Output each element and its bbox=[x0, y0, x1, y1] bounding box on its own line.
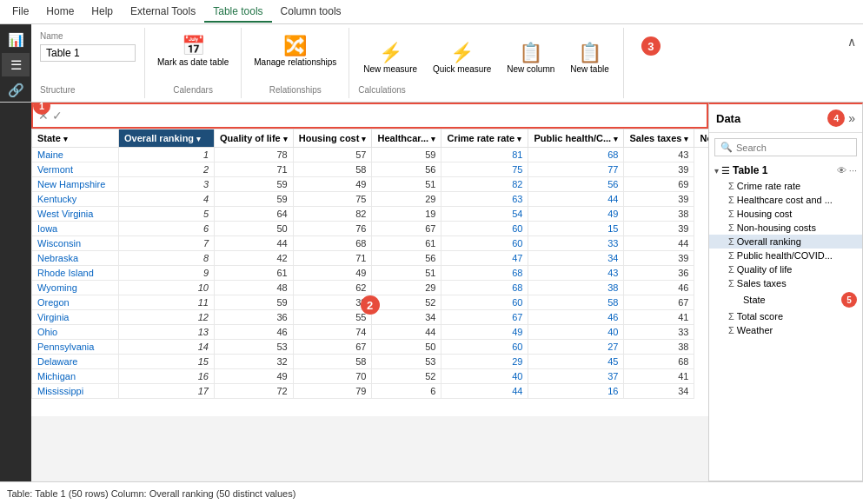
menu-column-tools[interactable]: Column tools bbox=[272, 2, 350, 23]
table-scroll-area[interactable]: 2 State ▾ Overall ranking ▾ Quality of l… bbox=[31, 129, 708, 481]
table-row[interactable]: Nebraska8427156473439 bbox=[32, 251, 709, 266]
formula-input[interactable] bbox=[66, 109, 701, 122]
col-overall-ranking[interactable]: Overall ranking ▾ bbox=[119, 129, 215, 148]
table-row[interactable]: New Hampshire3594951825669 bbox=[32, 177, 709, 192]
cell-state[interactable]: Michigan bbox=[32, 369, 119, 384]
cell-value: 39 bbox=[624, 222, 694, 236]
col-sales-taxes[interactable]: Sales taxes ▾ bbox=[624, 129, 694, 148]
mark-date-label[interactable]: Mark as date table bbox=[157, 57, 229, 68]
table-row[interactable]: Delaware15325853294568 bbox=[32, 355, 709, 369]
field-quality-life[interactable]: Σ Quality of life bbox=[709, 262, 862, 276]
col-healthcare[interactable]: Healthcar... ▾ bbox=[372, 129, 441, 148]
col-crime-filter[interactable]: ▾ bbox=[517, 135, 521, 143]
table-row[interactable]: Rhode Island9614951684336 bbox=[32, 266, 709, 281]
field-total-score[interactable]: Σ Total score bbox=[709, 309, 862, 323]
col-public-filter[interactable]: ▾ bbox=[614, 135, 618, 143]
manage-rel-label[interactable]: Manage relationships bbox=[254, 57, 336, 68]
table-row[interactable]: Wisconsin7446861603344 bbox=[32, 236, 709, 251]
cell-state[interactable]: Delaware bbox=[32, 355, 119, 369]
table-row[interactable]: Vermont2715856757739 bbox=[32, 162, 709, 177]
table-row[interactable]: Kentucky4597529634439 bbox=[32, 192, 709, 207]
col-state[interactable]: State ▾ bbox=[32, 129, 119, 148]
cell-state[interactable]: Mississippi bbox=[32, 384, 119, 399]
left-icon-table[interactable]: ☰ bbox=[2, 53, 30, 76]
cell-value: 36 bbox=[624, 266, 694, 281]
left-icon-report[interactable]: 📊 bbox=[2, 28, 30, 51]
col-sales-filter[interactable]: ▾ bbox=[684, 135, 688, 143]
col-housing-filter[interactable]: ▾ bbox=[362, 135, 366, 143]
tree-table1-row[interactable]: ▾ ☰ Table 1 👁 ··· bbox=[709, 162, 862, 179]
col-state-filter[interactable]: ▾ bbox=[63, 135, 68, 143]
panel-expand-icon[interactable]: » bbox=[848, 111, 855, 125]
cell-value: 69 bbox=[624, 177, 694, 192]
cell-state[interactable]: Vermont bbox=[32, 162, 119, 177]
new-table-label[interactable]: New table bbox=[570, 64, 608, 75]
field-overall-ranking[interactable]: Σ Overall ranking bbox=[709, 235, 862, 249]
field-crime-rate[interactable]: Σ Crime rate rate bbox=[709, 179, 862, 193]
menu-home[interactable]: Home bbox=[37, 2, 83, 23]
name-input[interactable] bbox=[40, 44, 136, 62]
table-row[interactable]: Mississippi1772796441634 bbox=[32, 384, 709, 399]
table-row[interactable]: Wyoming10486229683846 bbox=[32, 281, 709, 295]
cell-value: 38 bbox=[528, 281, 624, 295]
cell-ranking: 17 bbox=[119, 384, 215, 399]
search-input[interactable] bbox=[736, 143, 851, 153]
cell-state[interactable]: Virginia bbox=[32, 310, 119, 325]
cell-state[interactable]: Maine bbox=[32, 148, 119, 162]
table-row[interactable]: Iowa6507667601539 bbox=[32, 222, 709, 236]
menu-external-tools[interactable]: External Tools bbox=[122, 2, 204, 23]
field-housing[interactable]: Σ Housing cost bbox=[709, 207, 862, 221]
cell-state[interactable]: Pennsylvania bbox=[32, 340, 119, 355]
new-column-label[interactable]: New column bbox=[507, 64, 554, 75]
cell-ranking: 2 bbox=[119, 162, 215, 177]
cell-state[interactable]: Wisconsin bbox=[32, 236, 119, 251]
field-healthcare[interactable]: Σ Healthcare cost and ... bbox=[709, 193, 862, 207]
field-housing-label: Housing cost bbox=[737, 209, 857, 219]
tree-table-options[interactable]: 👁 ··· bbox=[837, 165, 857, 176]
search-box[interactable]: 🔍 bbox=[714, 138, 857, 156]
structure-label: Structure bbox=[40, 80, 136, 95]
table-row[interactable]: Maine1785759816843 bbox=[32, 148, 709, 162]
cell-state[interactable]: Ohio bbox=[32, 325, 119, 340]
table-row[interactable]: West Virginia5648219544938 bbox=[32, 207, 709, 222]
col-ranking-filter[interactable]: ▾ bbox=[196, 135, 201, 143]
col-public-health[interactable]: Public health/C... ▾ bbox=[528, 129, 624, 148]
cell-state[interactable]: New Hampshire bbox=[32, 177, 119, 192]
cell-state[interactable]: Rhode Island bbox=[32, 266, 119, 281]
formula-bar[interactable]: ✕ ✓ bbox=[31, 103, 708, 129]
col-crime-rate[interactable]: Crime rate rate ▾ bbox=[441, 129, 528, 148]
cell-state[interactable]: Wyoming bbox=[32, 281, 119, 295]
col-quality-life[interactable]: Quality of life ▾ bbox=[215, 129, 294, 148]
cell-ranking: 7 bbox=[119, 236, 215, 251]
field-non-housing[interactable]: Σ Non-housing costs bbox=[709, 221, 862, 235]
field-sales-taxes[interactable]: Σ Sales taxes bbox=[709, 276, 862, 290]
menu-table-tools[interactable]: Table tools bbox=[204, 2, 271, 23]
sigma-icon-health: Σ bbox=[728, 195, 734, 205]
cell-state[interactable]: Nebraska bbox=[32, 251, 119, 266]
field-public-health[interactable]: Σ Public health/COVID... bbox=[709, 249, 862, 262]
right-panel-title: Data bbox=[716, 112, 740, 125]
col-quality-filter[interactable]: ▾ bbox=[283, 135, 288, 143]
field-weather[interactable]: Σ Weather bbox=[709, 323, 862, 337]
cell-state[interactable]: Oregon bbox=[32, 295, 119, 310]
tree-table1-label[interactable]: Table 1 bbox=[733, 164, 834, 176]
table-row[interactable]: Michigan16497052403741 bbox=[32, 369, 709, 384]
left-icon-model[interactable]: 🔗 bbox=[2, 78, 30, 102]
col-housing-cost[interactable]: Housing cost ▾ bbox=[293, 129, 372, 148]
table-row[interactable]: Pennsylvania14536750602738 bbox=[32, 340, 709, 355]
table-row[interactable]: Ohio13467444494033 bbox=[32, 325, 709, 340]
col-health-filter[interactable]: ▾ bbox=[431, 135, 435, 143]
formula-check-icon[interactable]: ✓ bbox=[52, 109, 63, 123]
name-label: Name bbox=[40, 31, 136, 41]
cell-value: 68 bbox=[441, 266, 528, 281]
cell-state[interactable]: Iowa bbox=[32, 222, 119, 236]
menu-file[interactable]: File bbox=[3, 2, 37, 23]
menu-help[interactable]: Help bbox=[83, 2, 122, 23]
ribbon-collapse-btn[interactable]: ∧ bbox=[844, 31, 860, 52]
cell-state[interactable]: West Virginia bbox=[32, 207, 119, 222]
new-measure-label[interactable]: New measure bbox=[363, 64, 417, 75]
col-non[interactable]: Non... ▾ bbox=[694, 129, 708, 148]
cell-state[interactable]: Kentucky bbox=[32, 192, 119, 207]
field-state[interactable]: State 5 bbox=[709, 290, 862, 309]
quick-measure-label[interactable]: Quick measure bbox=[433, 64, 491, 75]
